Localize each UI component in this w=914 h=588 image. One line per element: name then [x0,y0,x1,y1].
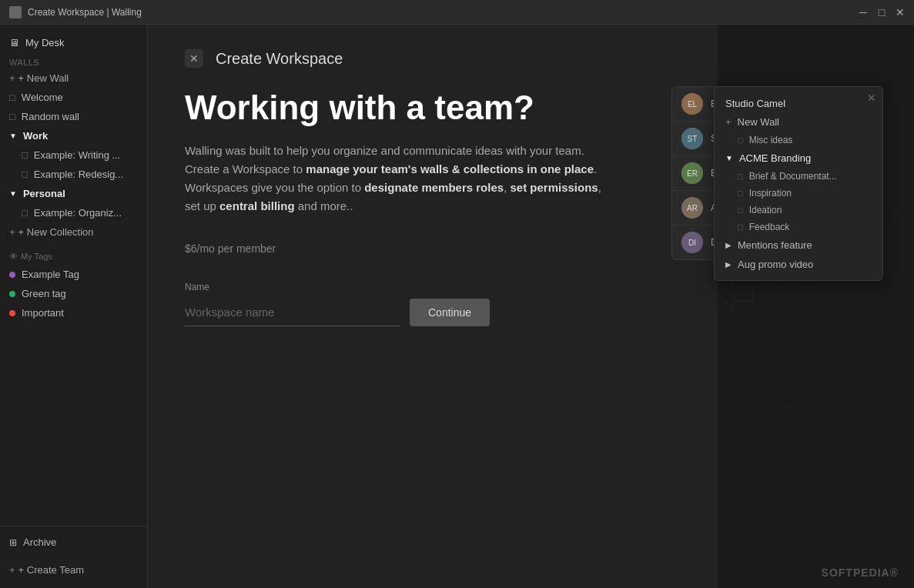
sidebar-item-label: Example: Writing ... [34,149,120,161]
wall-icon: □ [738,222,743,232]
sidebar-item-label: Example: Redesig... [34,169,123,180]
bold-text-3: set permissions [510,181,598,194]
chevron-right-icon: ▶ [725,260,732,269]
my-desk-label: My Desk [25,37,65,48]
sidebar: 🖥 My Desk Walls + + New Wall □ Welcome □… [0,25,148,588]
ws-item-label: Ideation [749,205,782,215]
walls-section-header: Walls [0,53,147,68]
create-workspace-modal: ✕ Create Workspace Working with a team? … [148,25,718,588]
bold-text-2: designate members roles [364,181,504,194]
ws-ideation[interactable]: □ Ideation [715,202,882,219]
window-title: Create Workspace | Walling [28,7,142,18]
svg-point-6 [846,387,882,423]
new-collection-label: + New Collection [18,226,94,238]
sidebar-tag-green[interactable]: Green tag [0,284,147,303]
ws-new-wall-item[interactable]: + New Wall [715,112,882,132]
new-collection-button[interactable]: + + New Collection [0,222,147,242]
modal-title: Create Workspace [216,50,343,68]
close-icon: ✕ [189,52,199,65]
svg-text:DI: DI [688,239,696,247]
modal-close-button[interactable]: ✕ [185,49,203,68]
sidebar-item-welcome[interactable]: □ Welcome [0,88,147,107]
ws-item-label: Inspiration [749,188,792,199]
ws-brief-doc[interactable]: □ Brief & Documentat... [715,168,882,185]
title-bar-left: Create Workspace | Walling [9,6,142,18]
sidebar-item-writing[interactable]: □ Example: Writing ... [0,145,147,165]
workspace-dropdown: ✕ Studio Camel + New Wall □ Misc ideas ▼… [714,86,883,281]
create-team-label: + Create Team [18,564,84,576]
ws-close-button[interactable]: ✕ [867,92,876,104]
new-wall-button[interactable]: + + New Wall [0,68,147,88]
my-desk-icon: 🖥 [9,37,19,48]
plus-icon: + [9,226,15,238]
member-avatar: EL [681,93,703,115]
chevron-down-icon: ▼ [725,154,733,162]
plus-icon: + [725,116,732,128]
modal-price: $6/mo per member [185,237,681,257]
svg-text:ER: ER [687,169,698,178]
sidebar-item-redesign[interactable]: □ Example: Redesig... [0,165,147,184]
ws-title: Studio Camel [715,93,882,112]
svg-text:ST: ST [688,135,698,143]
form-label: Name [185,282,681,292]
sidebar-bottom: ⊞ Archive [0,526,147,558]
main-content: ✕ Create Workspace Working with a team? … [148,25,914,588]
softpedia-watermark: SOFTPEDIA® [822,566,899,579]
sidebar-tag-example[interactable]: Example Tag [0,265,147,284]
archive-label: Archive [23,536,56,548]
eye-icon: 👁 [9,252,18,261]
wall-icon: □ [22,149,28,161]
tag-label: Example Tag [22,269,79,280]
ws-mentions-feature[interactable]: ▶ Mentions feature [715,236,882,255]
member-avatar: AR [681,197,703,219]
sidebar-archive[interactable]: ⊞ Archive [0,533,147,552]
sidebar-item-label: Example: Organiz... [34,207,122,219]
bold-text-1: manage your team's walls & collections i… [306,162,594,175]
wall-icon: □ [22,169,28,180]
ws-feedback[interactable]: □ Feedback [715,219,882,236]
plus-icon: + [9,564,15,576]
sidebar-item-organize[interactable]: □ Example: Organiz... [0,203,147,222]
title-bar: Create Workspace | Walling ─ □ ✕ [0,0,914,25]
workspace-form: Name Continue [185,282,681,326]
tag-label: Green tag [22,288,66,299]
tag-dot [9,272,15,278]
workspace-name-input[interactable] [185,299,400,326]
create-team-button[interactable]: + + Create Team [0,558,147,582]
chevron-down-icon: ▼ [9,189,17,198]
plus-icon: + [9,72,15,84]
sidebar-my-desk[interactable]: 🖥 My Desk [0,31,147,53]
archive-icon: ⊞ [9,537,17,548]
member-avatar: ST [681,128,703,149]
svg-marker-4 [717,279,752,309]
maximize-button[interactable]: □ [877,8,886,17]
sidebar-section-work[interactable]: ▼ Work [0,126,147,145]
wall-icon: □ [22,207,28,219]
sidebar-item-label: Random wall [22,111,79,122]
wall-icon: □ [9,92,15,103]
sidebar-section-personal[interactable]: ▼ Personal [0,184,147,203]
ws-aug-promo[interactable]: ▶ Aug promo video [715,255,882,274]
ws-section-label: ACME Branding [739,152,811,164]
wall-icon: □ [738,189,743,198]
sidebar-item-random-wall[interactable]: □ Random wall [0,107,147,126]
sidebar-section-label: Personal [23,188,65,199]
sidebar-tag-important[interactable]: Important [0,303,147,322]
softpedia-label: SOFTPEDIA® [822,566,899,579]
per-member-label: per member [215,242,276,255]
minimize-button[interactable]: ─ [859,8,868,17]
wall-icon: □ [738,172,743,181]
continue-button[interactable]: Continue [410,299,490,326]
ws-misc-ideas[interactable]: □ Misc ideas [715,132,882,149]
ws-item-label: Brief & Documentat... [749,171,837,182]
close-button[interactable]: ✕ [896,8,905,17]
modal-hero-text: Working with a team? [185,89,681,126]
modal-description: Walling was built to help you organize a… [185,142,616,215]
chevron-down-icon: ▼ [9,132,17,140]
member-avatar: ER [681,162,703,184]
my-tags-label: My Tags [21,252,52,261]
ws-inspiration[interactable]: □ Inspiration [715,185,882,202]
ws-acme-branding[interactable]: ▼ ACME Branding [715,149,882,168]
tag-dot [9,291,15,297]
tag-label: Important [22,307,64,319]
